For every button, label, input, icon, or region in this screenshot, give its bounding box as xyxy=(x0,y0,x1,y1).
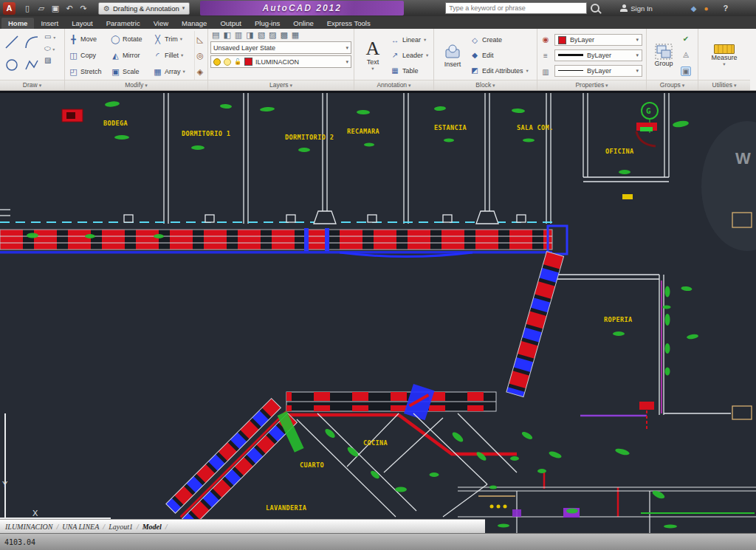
stretch-button[interactable]: ◰Stretch xyxy=(67,63,109,80)
panel-label-annotation[interactable]: Annotation xyxy=(354,80,433,90)
group-edit-icon[interactable]: ◬ xyxy=(683,50,689,58)
text-button[interactable]: A Text ▾ xyxy=(357,31,389,80)
object-color-dropdown[interactable]: ByLayer ▾ xyxy=(554,34,642,46)
circle-button[interactable] xyxy=(2,54,21,76)
redo-icon[interactable]: ↷ xyxy=(78,2,89,14)
layer-tool-icon-1[interactable]: ▤ xyxy=(212,30,219,40)
layer-tool-icon-2[interactable]: ◧ xyxy=(223,30,230,40)
offset-icon[interactable]: ◎ xyxy=(196,51,204,61)
ellipse-button[interactable]: ⬭ ▾ xyxy=(44,44,55,54)
ribbon-tab-insert[interactable]: Insert xyxy=(34,18,65,29)
layout-tab-layout1[interactable]: Layout1 xyxy=(105,523,137,531)
ribbon-tab-view[interactable]: View xyxy=(147,18,175,29)
insert-block-button[interactable]: Insert xyxy=(436,31,469,80)
viewcube[interactable]: W xyxy=(701,121,756,251)
search-input[interactable] xyxy=(445,2,587,14)
move-button[interactable]: ╋Move xyxy=(67,31,109,47)
lineweight-icon[interactable]: ≡ xyxy=(543,52,548,60)
arc-button[interactable] xyxy=(22,31,41,53)
lineweight-dropdown[interactable]: ByLayer ▾ xyxy=(554,49,642,61)
trim-button[interactable]: ╳Trim▾ xyxy=(151,31,193,47)
copy-icon: ◫ xyxy=(69,51,78,61)
table-button[interactable]: ▦ Table xyxy=(391,66,428,75)
layer-tool-icon-7[interactable]: ▩ xyxy=(280,30,287,40)
dimension-button[interactable]: ↔ Linear ▾ xyxy=(391,36,428,44)
linetype-dropdown[interactable]: ByLayer ▾ xyxy=(554,65,642,77)
hatch-button[interactable]: ▨ xyxy=(44,56,55,65)
copy-button[interactable]: ◫Copy xyxy=(67,47,109,63)
layout-tab-iluminacion[interactable]: ILUMINACION xyxy=(1,523,56,531)
mirror-button[interactable]: ◭Mirror xyxy=(109,47,151,63)
rectangle-button[interactable]: ▭ ▾ xyxy=(44,32,55,42)
rotate-button[interactable]: ◯Rotate xyxy=(109,31,151,47)
measure-button[interactable]: Measure ▾ xyxy=(708,31,740,80)
new-file-icon[interactable]: ▯ xyxy=(21,2,33,14)
drawing-canvas[interactable]: W G xyxy=(0,93,756,533)
ribbon-tab-layout[interactable]: Layout xyxy=(65,18,100,29)
edit-block-button[interactable]: ◆ Edit xyxy=(470,51,529,59)
edit-label: Edit xyxy=(482,52,494,59)
fillet-button[interactable]: ◜Fillet▾ xyxy=(151,47,193,63)
layer-tool-icon-4[interactable]: ◨ xyxy=(246,30,253,40)
leader-button[interactable]: ↗ Leader ▾ xyxy=(391,51,428,59)
polyline-button[interactable] xyxy=(22,54,41,76)
edit-attributes-button[interactable]: ◩ Edit Attributes ▾ xyxy=(470,66,529,75)
layer-dropdown[interactable]: 🔓 ILUMINACION ▾ xyxy=(210,55,351,68)
panel-label-utilities[interactable]: Utilities xyxy=(698,80,750,90)
ribbon-tab-home[interactable]: Home xyxy=(1,18,34,29)
fixture-symbol xyxy=(665,368,670,376)
ribbon-tab-parametric[interactable]: Parametric xyxy=(100,18,147,29)
panel-label-properties[interactable]: Properties xyxy=(537,80,646,90)
layout-tab-model[interactable]: Model xyxy=(139,523,165,531)
edit-block-icon: ◆ xyxy=(470,51,479,59)
panel-label-groups[interactable]: Groups xyxy=(647,80,698,90)
layer-tool-icon-8[interactable]: ▦ xyxy=(292,30,299,40)
layer-tool-icon-6[interactable]: ▨ xyxy=(269,30,276,40)
erase-icon[interactable]: ◺ xyxy=(197,35,203,44)
ungroup-icon[interactable]: ✔ xyxy=(683,35,689,43)
search-icon[interactable] xyxy=(591,4,599,13)
help-icon[interactable]: ? xyxy=(724,4,729,13)
undo-icon[interactable]: ↶ xyxy=(63,2,75,14)
scale-button[interactable]: ▣Scale xyxy=(109,63,151,80)
communication-center-icon[interactable]: ● xyxy=(704,4,709,13)
chevron-down-icon: ▾ xyxy=(346,45,348,51)
gear-icon: ⚙ xyxy=(103,4,110,13)
match-properties-icon[interactable]: ◉ xyxy=(543,35,549,44)
array-button[interactable]: ▦Array▾ xyxy=(151,63,193,80)
ribbon-tab-plug-ins[interactable]: Plug-ins xyxy=(248,18,286,29)
panel-label-layers[interactable]: Layers xyxy=(208,80,354,90)
ribbon-tab-output[interactable]: Output xyxy=(213,18,248,29)
panel-utilities: Measure ▾ Utilities xyxy=(698,29,750,90)
panel-label-draw[interactable]: Draw xyxy=(0,80,64,90)
create-block-button[interactable]: ◇ Create xyxy=(470,36,529,44)
transparency-icon[interactable]: ▥ xyxy=(542,68,549,76)
mirror-label: Mirror xyxy=(123,52,140,59)
svg-text:Y: Y xyxy=(2,480,8,489)
panel-label-block[interactable]: Block xyxy=(434,80,537,90)
coordinates-readout: 4103.04 xyxy=(4,538,35,546)
status-bar: 4103.04 xyxy=(0,533,756,550)
app-menu-button[interactable]: A xyxy=(3,2,16,15)
group-selection-toggle-icon[interactable]: ▣ xyxy=(681,66,690,76)
layer-tool-icon-5[interactable]: ▧ xyxy=(258,30,265,40)
group-icon xyxy=(655,44,673,60)
sign-in[interactable]: Sign In xyxy=(620,4,653,13)
room-label: SALA COM. xyxy=(517,124,554,131)
workspace-switcher[interactable]: ⚙ Drafting & Annotation ▾ xyxy=(98,2,190,15)
layer-state-dropdown[interactable]: Unsaved Layer State ▾ xyxy=(210,41,351,54)
ribbon-tab-manage[interactable]: Manage xyxy=(175,18,213,29)
group-button[interactable]: Group xyxy=(649,31,678,80)
panel-label-modify[interactable]: Modify xyxy=(65,80,207,90)
exchange-apps-icon[interactable]: ◆ xyxy=(691,4,697,13)
line-button[interactable] xyxy=(2,31,21,53)
fixture-symbol xyxy=(191,145,205,150)
open-file-icon[interactable]: ▱ xyxy=(35,2,47,14)
save-icon[interactable]: ▣ xyxy=(49,2,61,14)
ribbon-tab-express-tools[interactable]: Express Tools xyxy=(320,18,377,29)
ribbon-tab-online[interactable]: Online xyxy=(286,18,320,29)
layer-tool-icon-3[interactable]: ▥ xyxy=(235,30,242,40)
explode-icon[interactable]: ◈ xyxy=(197,67,203,77)
layout-tab-una-linea[interactable]: UNA LINEA xyxy=(58,523,103,531)
fixture-symbol xyxy=(364,143,374,147)
